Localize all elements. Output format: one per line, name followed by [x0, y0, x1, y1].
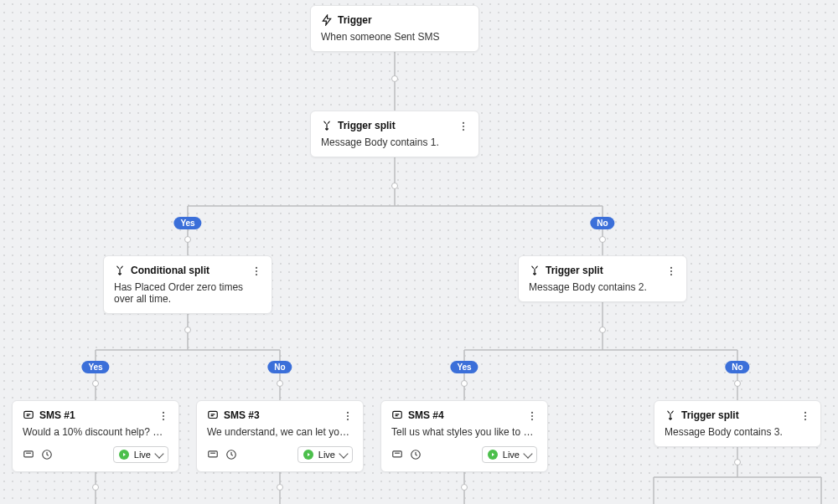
status-label: Live — [318, 450, 335, 460]
node-title: Trigger — [338, 14, 372, 26]
node-sms-4[interactable]: SMS #4 Tell us what styles you like to g… — [380, 400, 548, 472]
node-menu-button[interactable] — [339, 408, 356, 424]
dots-vertical-icon — [665, 265, 677, 277]
branch-badge-yes: Yes — [450, 361, 478, 373]
node-trigger-split-3[interactable]: Trigger split Message Body contains 3. — [654, 400, 821, 447]
node-desc: Message Body contains 2. — [529, 281, 676, 293]
svg-point-1 — [463, 126, 464, 127]
smart-send-icon[interactable] — [410, 449, 422, 460]
svg-point-25 — [531, 415, 533, 417]
svg-point-20 — [347, 419, 349, 420]
node-title: SMS #4 — [408, 409, 444, 421]
branch-badge-yes: Yes — [81, 361, 109, 373]
split-icon — [665, 409, 676, 421]
node-desc: Would a 10% discount help? Use code G... — [23, 426, 168, 438]
svg-rect-22 — [393, 451, 402, 457]
svg-point-18 — [347, 412, 349, 414]
message-preview-icon[interactable] — [207, 449, 219, 460]
svg-rect-10 — [24, 451, 34, 457]
split-icon — [321, 120, 333, 131]
message-preview-icon[interactable] — [391, 449, 403, 460]
node-menu-button[interactable] — [155, 408, 172, 424]
dots-vertical-icon — [158, 410, 169, 422]
node-trigger-split-1[interactable]: Trigger split Message Body contains 1. — [310, 111, 479, 157]
branch-badge-no: No — [725, 361, 749, 373]
node-sms-1[interactable]: SMS #1 Would a 10% discount help? Use co… — [12, 400, 179, 472]
branch-badge-no: No — [590, 217, 614, 229]
svg-point-13 — [163, 415, 164, 417]
status-dropdown[interactable]: Live — [482, 446, 537, 463]
sms-icon — [207, 409, 219, 421]
play-status-icon — [119, 450, 129, 460]
svg-point-28 — [804, 415, 806, 417]
svg-point-4 — [256, 270, 257, 272]
sms-icon — [23, 409, 34, 421]
node-trigger[interactable]: Trigger When someone Sent SMS — [310, 5, 479, 52]
svg-rect-15 — [209, 411, 218, 418]
svg-point-12 — [163, 412, 164, 414]
svg-point-6 — [670, 267, 672, 269]
svg-point-7 — [670, 270, 672, 272]
svg-point-2 — [463, 129, 464, 131]
node-title: Trigger split — [338, 120, 396, 131]
split-icon — [114, 265, 126, 276]
node-trigger-split-2[interactable]: Trigger split Message Body contains 2. — [518, 255, 687, 302]
node-desc: When someone Sent SMS — [321, 31, 468, 43]
branch-badge-yes: Yes — [173, 217, 201, 229]
node-menu-button[interactable] — [248, 263, 265, 280]
chevron-down-icon — [523, 449, 532, 458]
message-preview-icon[interactable] — [23, 449, 34, 460]
node-conditional-split[interactable]: Conditional split Has Placed Order zero … — [103, 255, 272, 314]
dots-vertical-icon — [799, 410, 811, 422]
node-title: SMS #3 — [224, 409, 260, 421]
dots-vertical-icon — [342, 410, 354, 422]
node-sms-3[interactable]: SMS #3 We understand, we can let you kno… — [196, 400, 364, 472]
node-desc: Message Body contains 3. — [665, 426, 810, 438]
node-title: Trigger split — [681, 409, 739, 421]
node-menu-button[interactable] — [663, 263, 680, 280]
node-title: SMS #1 — [39, 409, 75, 421]
svg-point-19 — [347, 415, 349, 417]
svg-point-0 — [463, 122, 464, 124]
lightning-icon — [321, 14, 333, 26]
sms-icon — [391, 409, 403, 421]
smart-send-icon[interactable] — [41, 449, 53, 460]
svg-point-26 — [531, 419, 533, 420]
dots-vertical-icon — [251, 265, 262, 277]
node-title: Conditional split — [131, 265, 210, 276]
svg-rect-16 — [209, 451, 218, 457]
dots-vertical-icon — [458, 121, 469, 132]
svg-point-14 — [163, 419, 164, 420]
status-label: Live — [503, 450, 520, 460]
chevron-down-icon — [154, 449, 163, 458]
node-menu-button[interactable] — [455, 118, 472, 135]
svg-rect-21 — [393, 411, 402, 418]
svg-point-24 — [531, 412, 533, 414]
svg-point-8 — [670, 274, 672, 275]
node-desc: Message Body contains 1. — [321, 136, 468, 148]
node-menu-button[interactable] — [524, 408, 541, 424]
play-status-icon — [303, 450, 313, 460]
dots-vertical-icon — [526, 410, 538, 422]
node-desc: Tell us what styles you like to get cust… — [391, 426, 537, 438]
node-menu-button[interactable] — [797, 408, 814, 424]
svg-point-27 — [804, 412, 806, 414]
branch-badge-no: No — [267, 361, 292, 373]
split-icon — [529, 265, 541, 276]
node-title: Trigger split — [546, 265, 603, 276]
chevron-down-icon — [339, 449, 348, 458]
play-status-icon — [488, 450, 498, 460]
node-desc: Has Placed Order zero times over all tim… — [114, 281, 261, 305]
svg-point-5 — [256, 274, 257, 275]
svg-rect-9 — [24, 411, 34, 418]
node-desc: We understand, we can let you know whe..… — [207, 426, 353, 438]
status-dropdown[interactable]: Live — [113, 446, 168, 463]
smart-send-icon[interactable] — [225, 449, 237, 460]
status-dropdown[interactable]: Live — [297, 446, 353, 463]
svg-point-3 — [256, 267, 257, 269]
status-label: Live — [134, 450, 151, 460]
svg-point-29 — [804, 419, 806, 420]
